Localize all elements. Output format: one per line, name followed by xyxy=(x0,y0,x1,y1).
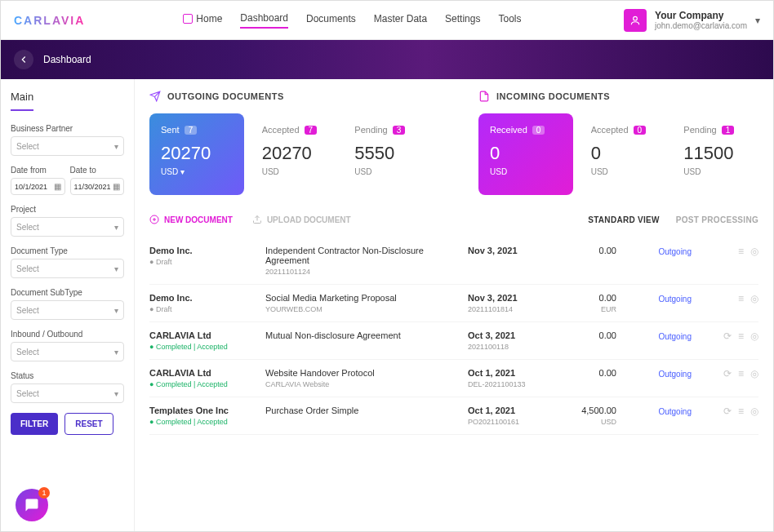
doc-company: CARLAVIA Ltd xyxy=(149,330,256,340)
card-accepted-out[interactable]: Accepted7 20270 USD xyxy=(259,113,337,195)
refresh-icon[interactable]: ⟳ xyxy=(723,406,732,417)
list-icon[interactable]: ≡ xyxy=(738,330,744,342)
select-status[interactable]: Select▾ xyxy=(11,383,124,403)
doc-date: Nov 3, 2021 xyxy=(468,246,549,255)
chat-button[interactable]: 1 xyxy=(16,489,48,521)
view-icon[interactable]: ◎ xyxy=(750,406,758,417)
list-icon[interactable]: ≡ xyxy=(738,293,744,304)
card-accepted-in[interactable]: Accepted0 0 USD xyxy=(588,113,666,195)
nav-master-data[interactable]: Master Data xyxy=(374,12,427,29)
doc-number: DEL-2021100133 xyxy=(468,380,549,388)
document-row[interactable]: Templates One IncCompleted | AcceptedPur… xyxy=(149,397,758,435)
row-actions: ⟳≡◎ xyxy=(701,406,758,417)
label-inbound: Inbound / Outbound xyxy=(11,330,124,339)
pending-in-unit: USD xyxy=(683,167,755,176)
svg-point-0 xyxy=(634,16,638,20)
sidebar-tab-main[interactable]: Main xyxy=(11,91,33,111)
select-doctype[interactable]: Select▾ xyxy=(11,259,124,278)
accepted-in-count-badge: 0 xyxy=(634,126,647,135)
inbox-icon xyxy=(478,91,490,102)
accepted-in-value: 0 xyxy=(591,143,663,164)
sent-value: 20270 xyxy=(161,143,233,164)
label-doctype: Document Type xyxy=(11,246,124,255)
outgoing-title: OUTGOING DOCUMENTS xyxy=(167,91,284,101)
user-email: john.demo@carlavia.com xyxy=(655,21,747,30)
view-icon[interactable]: ◎ xyxy=(750,293,758,304)
pending-count-badge: 3 xyxy=(393,126,406,135)
send-icon xyxy=(149,91,161,102)
label-project: Project xyxy=(11,205,124,214)
doc-company: Templates One Inc xyxy=(149,406,256,415)
doc-title: Purchase Order Simple xyxy=(265,406,458,415)
label-date-to: Date to xyxy=(70,166,125,175)
card-sent[interactable]: Sent7 20270 USD ▾ xyxy=(149,113,244,195)
doc-number: 20211101814 xyxy=(468,305,549,313)
list-icon[interactable]: ≡ xyxy=(738,406,744,417)
doc-title: Independent Contractor Non-Disclosure Ag… xyxy=(265,246,458,265)
document-row[interactable]: CARLAVIA LtdCompleted | AcceptedWebsite … xyxy=(149,360,758,397)
received-value: 0 xyxy=(490,143,562,164)
tab-standard-view[interactable]: STANDARD VIEW xyxy=(588,215,660,224)
refresh-icon[interactable]: ⟳ xyxy=(723,368,732,379)
doc-currency: USD xyxy=(559,418,616,426)
card-received[interactable]: Received0 0 USD xyxy=(478,113,573,195)
nav-documents[interactable]: Documents xyxy=(306,12,356,29)
pending-in-count-badge: 1 xyxy=(722,126,735,135)
doc-title: Mutual Non-disclosure Agreement xyxy=(265,330,458,340)
doc-amount: 0.00 xyxy=(559,293,616,303)
doc-amount: 4,500.00 xyxy=(559,406,616,415)
row-actions: ≡◎ xyxy=(701,293,758,304)
list-icon[interactable]: ≡ xyxy=(738,368,744,379)
select-project[interactable]: Select▾ xyxy=(11,217,124,237)
user-avatar-icon xyxy=(624,9,647,32)
upload-document-button[interactable]: UPLOAD DOCUMENT xyxy=(252,215,351,224)
sent-unit: USD ▾ xyxy=(161,167,233,176)
accepted-value: 20270 xyxy=(262,143,334,164)
view-icon[interactable]: ◎ xyxy=(750,368,758,379)
select-inbound[interactable]: Select▾ xyxy=(11,342,124,361)
incoming-section: INCOMING DOCUMENTS Received0 0 USD Accep… xyxy=(478,91,758,195)
card-pending-out[interactable]: Pending3 5550 USD xyxy=(351,113,429,195)
calendar-icon: ▦ xyxy=(113,182,120,191)
doc-company: CARLAVIA Ltd xyxy=(149,368,256,378)
row-actions: ≡◎ xyxy=(701,246,758,257)
document-row[interactable]: Demo Inc.● DraftIndependent Contractor N… xyxy=(149,237,758,285)
nav-home[interactable]: Home xyxy=(183,12,222,29)
row-actions: ⟳≡◎ xyxy=(701,330,758,342)
doc-status: ● Draft xyxy=(149,258,256,266)
main-panel: OUTGOING DOCUMENTS Sent7 20270 USD ▾ Acc… xyxy=(135,79,773,531)
list-icon[interactable]: ≡ xyxy=(738,246,744,257)
doc-direction: Outgoing xyxy=(658,370,692,379)
view-icon[interactable]: ◎ xyxy=(750,330,758,342)
label-business-partner: Business Partner xyxy=(11,124,124,133)
input-date-from[interactable]: 10/1/2021▦ xyxy=(11,178,65,195)
nav-settings[interactable]: Settings xyxy=(445,12,480,29)
select-subtype[interactable]: Select▾ xyxy=(11,300,124,320)
new-document-button[interactable]: NEW DOCUMENT xyxy=(149,215,233,224)
tab-post-processing[interactable]: POST PROCESSING xyxy=(676,215,758,224)
reset-button[interactable]: RESET xyxy=(64,413,113,435)
label-date-from: Date from xyxy=(11,166,65,175)
chevron-down-icon: ▾ xyxy=(755,15,760,26)
document-row[interactable]: Demo Inc.● DraftSocial Media Marketing P… xyxy=(149,285,758,322)
home-icon xyxy=(183,14,193,24)
user-menu[interactable]: Your Company john.demo@carlavia.com ▾ xyxy=(624,9,760,32)
view-icon[interactable]: ◎ xyxy=(750,246,758,257)
notification-badge: 1 xyxy=(38,487,50,499)
input-date-to[interactable]: 11/30/2021▦ xyxy=(70,178,125,195)
doc-date: Oct 3, 2021 xyxy=(468,330,549,340)
card-pending-in[interactable]: Pending1 11500 USD xyxy=(680,113,758,195)
label-subtype: Document SubType xyxy=(11,288,124,297)
select-business-partner[interactable]: Select▾ xyxy=(11,136,124,156)
nav-dashboard[interactable]: Dashboard xyxy=(240,12,288,29)
nav-tools[interactable]: Tools xyxy=(498,12,521,29)
document-row[interactable]: CARLAVIA LtdCompleted | AcceptedMutual N… xyxy=(149,322,758,360)
doc-company: Demo Inc. xyxy=(149,293,256,303)
doc-subtitle: 20211101124 xyxy=(265,268,458,276)
pending-in-value: 11500 xyxy=(683,143,755,164)
filter-button[interactable]: FILTER xyxy=(11,413,58,435)
doc-company: Demo Inc. xyxy=(149,246,256,255)
doc-direction: Outgoing xyxy=(658,332,692,341)
back-button[interactable] xyxy=(14,50,33,69)
refresh-icon[interactable]: ⟳ xyxy=(723,330,732,342)
